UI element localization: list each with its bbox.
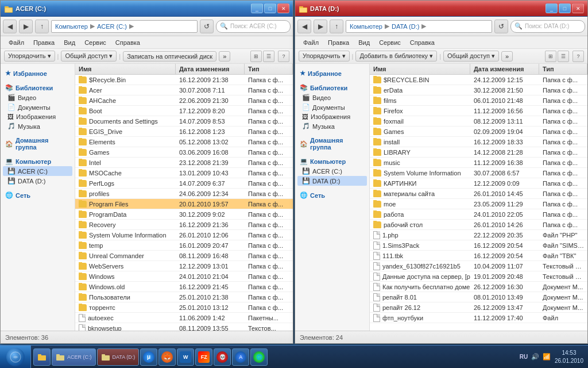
table-row[interactable]: фтп_ноутбуки11.12.2009 17:40Файл xyxy=(370,313,587,323)
right-col-type[interactable]: Тип xyxy=(539,64,587,74)
right-address-bar[interactable]: Компьютер ▶ DATA (D:) ▶ xyxy=(346,20,492,33)
table-row[interactable]: репайт 8.0108.01.2010 13:49Документ M... xyxy=(370,292,587,302)
table-row[interactable]: Данные доступа на сервер, [proksima.p...… xyxy=(370,271,587,282)
left-sidebar-video[interactable]: 🎬 Видео xyxy=(3,93,72,102)
table-row[interactable]: install16.12.2009 18:33Папка с ф... xyxy=(370,137,587,147)
systray-lang[interactable]: RU xyxy=(519,352,528,362)
right-close-button[interactable]: ✕ xyxy=(572,3,584,13)
table-row[interactable]: yandex_6130f827c16921b510.04.2009 11:07Т… xyxy=(370,261,587,271)
table-row[interactable]: System Volume Information30.07.2008 6:57… xyxy=(370,168,587,178)
table-row[interactable]: $RECYCLE.BIN24.12.2009 12:15Папка с ф... xyxy=(370,75,587,85)
left-more-button[interactable]: » xyxy=(219,51,230,62)
table-row[interactable]: КАРТИНКИ12.12.2009 0:09Папка с ф... xyxy=(370,178,587,189)
table-row[interactable]: репайт 26.1226.12.2009 13:47Документ M..… xyxy=(370,302,587,313)
table-row[interactable]: WebServers12.12.2009 13:01Папка с ф... xyxy=(75,261,293,271)
taskbar-data-button[interactable]: DATA (D:) xyxy=(97,348,140,366)
left-sidebar-images[interactable]: 🖼 Изображения xyxy=(3,112,72,121)
left-view-tiles[interactable]: ⊞ xyxy=(250,51,262,62)
table-row[interactable]: music11.12.2009 16:38Папка с ф... xyxy=(370,158,587,168)
table-row[interactable]: Elements05.12.2008 13:02Папка с ф... xyxy=(75,137,293,147)
table-row[interactable]: Intel23.12.2008 21:39Папка с ф... xyxy=(75,158,293,168)
table-row[interactable]: temp16.01.2009 20:47Папка с ф... xyxy=(75,240,293,251)
table-row[interactable]: Boot17.12.2009 8:20Папка с ф... xyxy=(75,106,293,116)
left-menu-service[interactable]: Сервис xyxy=(80,38,111,47)
start-button[interactable] xyxy=(0,346,31,369)
table-row[interactable]: MSOCache13.01.2009 10:43Папка с ф... xyxy=(75,168,293,178)
clock-area[interactable]: 14:53 26.01.2010 xyxy=(555,349,583,365)
table-row[interactable]: AHCache22.06.2009 21:30Папка с ф... xyxy=(75,95,293,106)
taskbar-icon-5[interactable]: 💀 xyxy=(214,348,231,366)
left-burn-button[interactable]: Записать на оптический диск xyxy=(123,51,216,62)
taskbar-icon-7[interactable]: 🌐 xyxy=(250,348,268,366)
table-row[interactable]: EGIS_Drive16.12.2008 1:23Папка с ф... xyxy=(75,126,293,137)
table-row[interactable]: материалы сайта26.01.2010 14:45Папка с ф… xyxy=(370,189,587,199)
table-row[interactable]: Windows.old16.12.2009 21:45Папка с ф... xyxy=(75,282,293,292)
right-menu-edit[interactable]: Правка xyxy=(323,38,354,47)
left-sidebar-acer[interactable]: 💾 ACER (C:) xyxy=(3,166,72,176)
right-help-button[interactable]: ? xyxy=(572,51,584,62)
left-share-button[interactable]: Общий доступ ▾ xyxy=(61,51,117,62)
table-row[interactable]: Firefox11.12.2009 16:56Папка с ф... xyxy=(370,106,587,116)
taskbar-icon-6[interactable]: A xyxy=(232,348,249,366)
table-row[interactable]: Documents and Settings14.07.2009 8:53Пап… xyxy=(75,116,293,126)
left-sidebar-network-header[interactable]: 🌐 Сеть xyxy=(3,190,72,200)
left-col-name[interactable]: Имя xyxy=(75,64,176,74)
left-menu-edit[interactable]: Правка xyxy=(29,38,59,47)
right-sidebar-computer-header[interactable]: 💻 Компьютер xyxy=(297,156,367,166)
right-up-button[interactable]: ↑ xyxy=(330,20,343,33)
table-row[interactable]: Windows24.01.2010 21:04Папка с ф... xyxy=(75,271,293,282)
table-row[interactable]: $Recycle.Bin16.12.2009 21:38Папка с ф... xyxy=(75,75,293,85)
right-view-tiles[interactable]: ⊞ xyxy=(545,51,556,62)
table-row[interactable]: Games02.09.2009 19:04Папка с ф... xyxy=(370,126,587,137)
taskbar-icon-2[interactable]: 🦊 xyxy=(158,348,176,366)
left-sidebar-music[interactable]: 🎵 Музыка xyxy=(3,121,72,131)
taskbar-icon-1[interactable]: μ xyxy=(140,348,157,366)
left-organize-button[interactable]: Упорядочить ▾ xyxy=(4,51,55,62)
left-refresh-button[interactable]: ↺ xyxy=(200,20,214,33)
systray-vol[interactable]: 🔊 xyxy=(531,352,540,362)
left-sidebar-homegroup-header[interactable]: 🏠 Домашняя группа xyxy=(3,136,72,152)
right-sidebar-network-header[interactable]: 🌐 Сеть xyxy=(297,190,367,200)
systray-net[interactable]: 📶 xyxy=(542,352,551,362)
right-file-list[interactable]: Имя Дата изменения Тип $RECYCLE.BIN24.12… xyxy=(370,64,587,331)
left-up-button[interactable]: ↑ xyxy=(35,20,49,33)
right-menu-file[interactable]: Файл xyxy=(299,38,323,47)
table-row[interactable]: Unreal Commander08.11.2009 16:48Папка с … xyxy=(75,251,293,261)
right-menu-view[interactable]: Вид xyxy=(354,38,374,47)
right-breadcrumb-drive[interactable]: DATA (D:) xyxy=(392,23,419,30)
table-row[interactable]: LIBRARY14.12.2008 21:28Папка с ф... xyxy=(370,147,587,158)
right-sidebar-docs[interactable]: 📄 Документы xyxy=(297,102,367,112)
right-sidebar-acer[interactable]: 💾 ACER (C:) xyxy=(297,166,367,176)
right-more-button[interactable]: » xyxy=(501,51,513,62)
left-back-button[interactable]: ◀ xyxy=(3,20,17,33)
left-col-date[interactable]: Дата изменения xyxy=(176,64,245,74)
table-row[interactable]: foxmail08.12.2009 13:11Папка с ф... xyxy=(370,116,587,126)
table-row[interactable]: торрентс25.01.2010 13:12Папка с ф... xyxy=(75,302,293,313)
left-view-list[interactable]: ☰ xyxy=(263,51,274,62)
right-sidebar-video[interactable]: 🎬 Видео xyxy=(297,93,367,102)
left-close-button[interactable]: ✕ xyxy=(277,3,289,13)
right-menu-service[interactable]: Сервис xyxy=(374,38,405,47)
left-menu-help[interactable]: Справка xyxy=(111,38,145,47)
taskbar-acer-button[interactable]: ACER (C:) xyxy=(52,348,96,366)
left-sidebar-libraries-header[interactable]: 📚 Библиотеки xyxy=(3,83,72,93)
left-col-type[interactable]: Тип xyxy=(245,64,293,74)
left-forward-button[interactable]: ▶ xyxy=(19,20,33,33)
table-row[interactable]: Как получить бесплатно домен pp26.12.200… xyxy=(370,282,587,292)
right-menu-help[interactable]: Справка xyxy=(405,38,439,47)
right-back-button[interactable]: ◀ xyxy=(297,20,311,33)
table-row[interactable]: Games03.06.2009 16:08Папка с ф... xyxy=(75,147,293,158)
table-row[interactable]: bknowsetup08.11.2009 13:55Текстов... xyxy=(75,323,293,331)
left-sidebar-data[interactable]: 💾 DATA (D:) xyxy=(3,176,72,186)
table-row[interactable]: рабочий стол26.01.2010 14:26Папка с ф... xyxy=(370,220,587,230)
left-help-button[interactable]: ? xyxy=(278,51,289,62)
right-organize-button[interactable]: Упорядочить ▾ xyxy=(299,51,350,62)
table-row[interactable]: profiles24.06.2009 12:34Папка с ф... xyxy=(75,189,293,199)
right-search-box[interactable]: 🔍 Поиск: DATA (D:) xyxy=(510,20,585,33)
left-breadcrumb-computer[interactable]: Компьютер xyxy=(55,23,88,30)
right-forward-button[interactable]: ▶ xyxy=(314,20,327,33)
left-search-box[interactable]: 🔍 Поиск: ACER (C:) xyxy=(216,20,291,33)
left-file-list[interactable]: Имя Дата изменения Тип $Recycle.Bin16.12… xyxy=(75,64,293,331)
table-row[interactable]: работа24.01.2010 22:05Папка с ф... xyxy=(370,209,587,220)
right-library-button[interactable]: Добавить в библиотеку ▾ xyxy=(355,51,437,62)
